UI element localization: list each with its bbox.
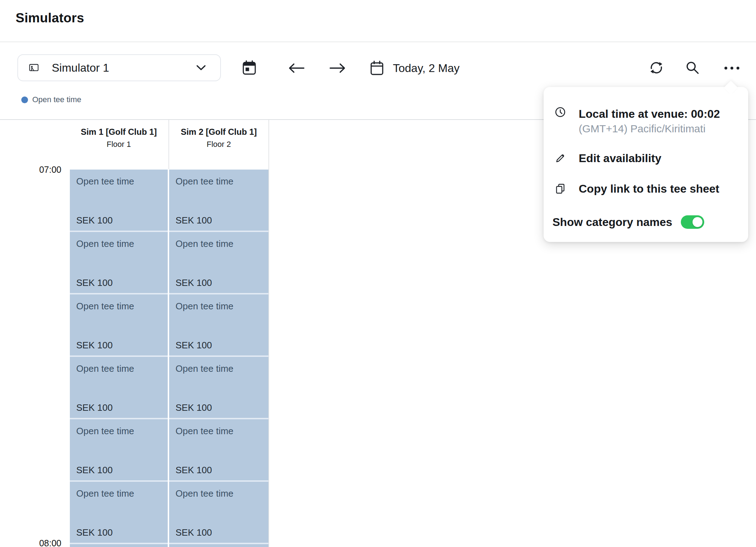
slot-price: SEK 100: [176, 465, 212, 475]
tee-time-cell[interactable]: Open tee timeSEK 100: [169, 482, 268, 543]
show-category-names-label: Show category names: [552, 214, 672, 230]
time-label-0800: 08:00: [32, 538, 61, 547]
edit-availability-item[interactable]: Edit availability: [552, 150, 738, 166]
tee-time-cell[interactable]: Open tee timeSEK 100: [70, 294, 168, 355]
more-options-menu: Local time at venue: 00:02 (GMT+14) Paci…: [544, 87, 748, 242]
simulators-page: Simulators Simulator 1: [0, 0, 756, 547]
clock-icon: [555, 107, 566, 117]
slot-price: SEK 100: [76, 402, 113, 413]
tee-sheet-column-sim-1: Open tee timeSEK 100Open tee timeSEK 100…: [70, 170, 168, 547]
legend: Open tee time: [21, 95, 81, 104]
next-day-button[interactable]: [327, 60, 348, 77]
calendar-icon: [370, 61, 384, 76]
resource-selector-label: Simulator 1: [52, 61, 196, 74]
edit-availability-label: Edit availability: [579, 150, 661, 166]
tee-time-cell[interactable]: Open tee timeSEK 100: [169, 419, 268, 480]
local-time-item: Local time at venue: 00:02 (GMT+14) Paci…: [552, 107, 738, 136]
grid-right-border: [268, 120, 269, 547]
slot-price: SEK 100: [76, 277, 113, 288]
refresh-icon: [649, 61, 663, 75]
tee-time-cell-partial[interactable]: [70, 544, 168, 547]
tee-time-cell[interactable]: Open tee timeSEK 100: [70, 232, 168, 293]
refresh-button[interactable]: [647, 58, 666, 77]
timezone-subtitle: (GMT+14) Pacific/Kiritimati: [579, 122, 720, 136]
tee-time-cell[interactable]: Open tee timeSEK 100: [169, 357, 268, 418]
slot-label: Open tee time: [176, 488, 233, 499]
golf-simulator-icon: [29, 63, 39, 73]
copy-link-label: Copy link to this tee sheet: [579, 181, 719, 197]
tee-time-cell[interactable]: Open tee timeSEK 100: [70, 482, 168, 543]
page-title: Simulators: [16, 11, 84, 26]
slot-price: SEK 100: [176, 215, 212, 226]
show-category-names-toggle[interactable]: [681, 215, 704, 229]
copy-link-item[interactable]: Copy link to this tee sheet: [552, 181, 738, 197]
slot-label: Open tee time: [76, 426, 134, 436]
local-time-title: Local time at venue: 00:02: [579, 107, 720, 121]
slot-price: SEK 100: [176, 277, 212, 288]
more-ellipsis-icon: [724, 66, 740, 70]
jump-to-today-button[interactable]: [240, 58, 259, 77]
resource-selector-dropdown[interactable]: Simulator 1: [17, 54, 221, 81]
slot-label: Open tee time: [76, 363, 134, 374]
header-divider: [0, 42, 756, 42]
date-picker-button[interactable]: Today, 2 May: [370, 58, 460, 78]
tee-time-cell[interactable]: Open tee timeSEK 100: [169, 294, 268, 355]
slot-label: Open tee time: [176, 238, 233, 249]
column-name: Sim 1 [Golf Club 1]: [70, 125, 168, 139]
tee-time-cell[interactable]: Open tee timeSEK 100: [169, 170, 268, 231]
slot-price: SEK 100: [76, 215, 113, 226]
arrow-right-icon: [329, 62, 346, 74]
slot-price: SEK 100: [176, 340, 212, 350]
previous-day-button[interactable]: [286, 60, 307, 77]
search-button[interactable]: [683, 58, 702, 77]
slot-label: Open tee time: [76, 238, 134, 249]
slot-price: SEK 100: [76, 340, 113, 350]
popover-caret: [724, 81, 738, 95]
slot-label: Open tee time: [76, 488, 134, 499]
more-options-button[interactable]: [722, 60, 741, 76]
column-header-sim-1: Sim 1 [Golf Club 1] Floor 1: [70, 120, 168, 169]
open-tee-time-dot: [21, 96, 28, 103]
column-floor: Floor 2: [169, 139, 268, 150]
search-icon: [686, 61, 699, 74]
column-name: Sim 2 [Golf Club 1]: [169, 125, 268, 139]
slot-price: SEK 100: [76, 527, 113, 538]
legend-label: Open tee time: [32, 95, 81, 104]
toggle-knob: [693, 217, 702, 227]
tee-time-cell[interactable]: Open tee timeSEK 100: [70, 170, 168, 231]
tee-time-cell[interactable]: Open tee timeSEK 100: [70, 419, 168, 480]
slot-label: Open tee time: [176, 426, 233, 436]
slot-label: Open tee time: [176, 363, 233, 374]
tee-sheet-column-sim-2: Open tee timeSEK 100Open tee timeSEK 100…: [169, 170, 268, 547]
show-category-names-row: Show category names: [552, 214, 738, 230]
chevron-down-icon: [196, 65, 206, 71]
slot-price: SEK 100: [176, 527, 212, 538]
copy-icon: [555, 183, 566, 194]
slot-label: Open tee time: [176, 301, 233, 311]
column-floor: Floor 1: [70, 139, 168, 150]
slot-label: Open tee time: [76, 176, 134, 187]
slot-label: Open tee time: [76, 301, 134, 311]
column-header-sim-2: Sim 2 [Golf Club 1] Floor 2: [169, 120, 268, 169]
slot-price: SEK 100: [176, 402, 212, 413]
time-label-0700: 07:00: [32, 165, 61, 174]
calendar-today-icon: [242, 60, 256, 75]
tee-time-cell[interactable]: Open tee timeSEK 100: [169, 232, 268, 293]
current-date-label: Today, 2 May: [393, 62, 460, 75]
slot-label: Open tee time: [176, 176, 233, 187]
arrow-left-icon: [288, 62, 305, 74]
tee-time-cell-partial[interactable]: [169, 544, 268, 547]
tee-time-cell[interactable]: Open tee timeSEK 100: [70, 357, 168, 418]
pencil-icon: [555, 153, 566, 164]
slot-price: SEK 100: [76, 465, 113, 475]
